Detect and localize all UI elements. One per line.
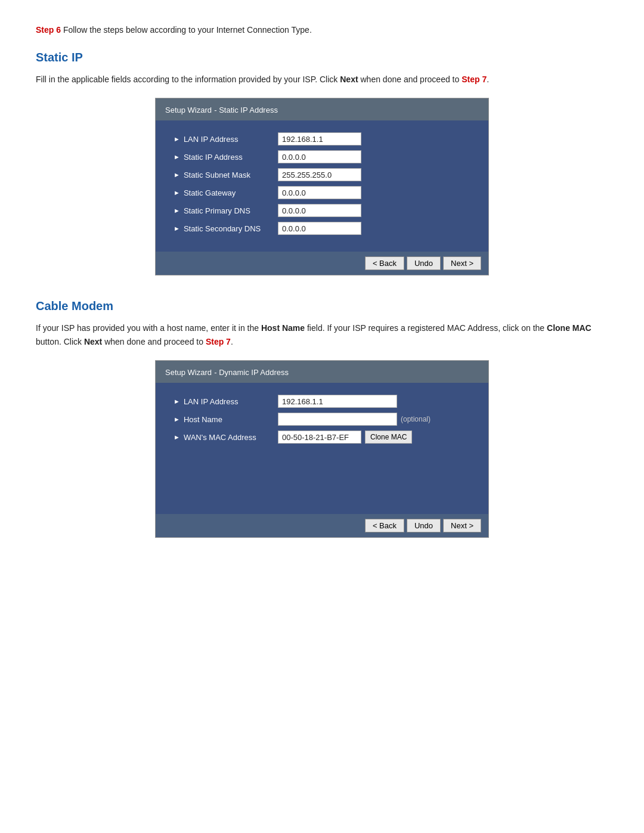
form-label: ►Static Secondary DNS [174, 224, 278, 233]
form-label: ►Static Subnet Mask [174, 171, 278, 179]
field-input-lan-ip-address[interactable] [278, 132, 361, 145]
static-ip-wizard: Setup Wizard - Static IP Address ►LAN IP… [155, 98, 489, 275]
form-label: ►Static IP Address [174, 153, 278, 162]
field-input-host-name[interactable] [278, 413, 397, 426]
cable-modem-next-button[interactable]: Next > [443, 519, 481, 532]
static-ip-wizard-header: Setup Wizard - Static IP Address [156, 98, 488, 120]
arrow-icon: ► [174, 135, 180, 143]
static-ip-desc: Fill in the applicable fields according … [36, 73, 608, 86]
form-label: ►LAN IP Address [174, 135, 278, 144]
cable-modem-desc: If your ISP has provided you with a host… [36, 321, 608, 348]
arrow-icon: ► [174, 398, 180, 405]
cable-modem-section: Cable Modem If your ISP has provided you… [36, 299, 608, 538]
cable-modem-wizard-header: Setup Wizard - Dynamic IP Address [156, 361, 488, 383]
form-label: ►LAN IP Address [174, 397, 278, 406]
arrow-icon: ► [174, 189, 180, 196]
static-ip-form-row: ►Static Secondary DNS [174, 222, 470, 235]
form-label: ►Static Primary DNS [174, 206, 278, 215]
static-ip-back-button[interactable]: < Back [365, 256, 404, 270]
arrow-icon: ► [174, 433, 180, 441]
static-ip-title: Static IP [36, 51, 608, 64]
form-label: ►WAN's MAC Address [174, 433, 278, 442]
mac-address-input[interactable] [278, 431, 361, 444]
step-number: Step 6 [36, 25, 61, 35]
optional-label: (optional) [401, 415, 431, 423]
field-input-static-ip-address[interactable] [278, 150, 361, 163]
cable-modem-wizard-body: ►LAN IP Address►Host Name(optional)►WAN'… [156, 383, 488, 514]
static-ip-undo-button[interactable]: Undo [407, 256, 441, 270]
cable-modem-title: Cable Modem [36, 299, 608, 313]
cable-modem-wizard-footer: < Back Undo Next > [156, 514, 488, 537]
cable-modem-undo-button[interactable]: Undo [407, 519, 441, 532]
arrow-icon: ► [174, 225, 180, 232]
static-ip-next-button[interactable]: Next > [443, 256, 481, 270]
arrow-icon: ► [174, 416, 180, 423]
cable-modem-form-row: ►Host Name(optional) [174, 413, 470, 426]
arrow-icon: ► [174, 153, 180, 160]
cable-modem-wizard: Setup Wizard - Dynamic IP Address ►LAN I… [155, 360, 489, 538]
field-input-static-gateway[interactable] [278, 186, 361, 199]
form-label: ►Host Name [174, 415, 278, 424]
static-ip-form-row: ►Static Gateway [174, 186, 470, 199]
static-ip-section: Static IP Fill in the applicable fields … [36, 51, 608, 275]
field-input-lan-ip-address[interactable] [278, 395, 397, 408]
static-ip-wizard-body: ►LAN IP Address►Static IP Address►Static… [156, 120, 488, 252]
static-ip-form-row: ►Static Subnet Mask [174, 168, 470, 181]
step-intro: Step 6 Follow the steps below according … [36, 24, 608, 36]
field-input-static-subnet-mask[interactable] [278, 168, 361, 181]
static-ip-form-row: ►LAN IP Address [174, 132, 470, 145]
cable-modem-form-row: ►LAN IP Address [174, 395, 470, 408]
cable-modem-back-button[interactable]: < Back [365, 519, 404, 532]
static-ip-form-row: ►Static IP Address [174, 150, 470, 163]
field-input-static-secondary-dns[interactable] [278, 222, 361, 235]
cable-modem-form-row: ►WAN's MAC AddressClone MAC [174, 431, 470, 444]
static-ip-form-row: ►Static Primary DNS [174, 204, 470, 217]
static-ip-wizard-footer: < Back Undo Next > [156, 252, 488, 275]
clone-mac-button[interactable]: Clone MAC [365, 431, 412, 444]
arrow-icon: ► [174, 207, 180, 214]
form-label: ►Static Gateway [174, 188, 278, 197]
arrow-icon: ► [174, 171, 180, 178]
field-input-static-primary-dns[interactable] [278, 204, 361, 217]
